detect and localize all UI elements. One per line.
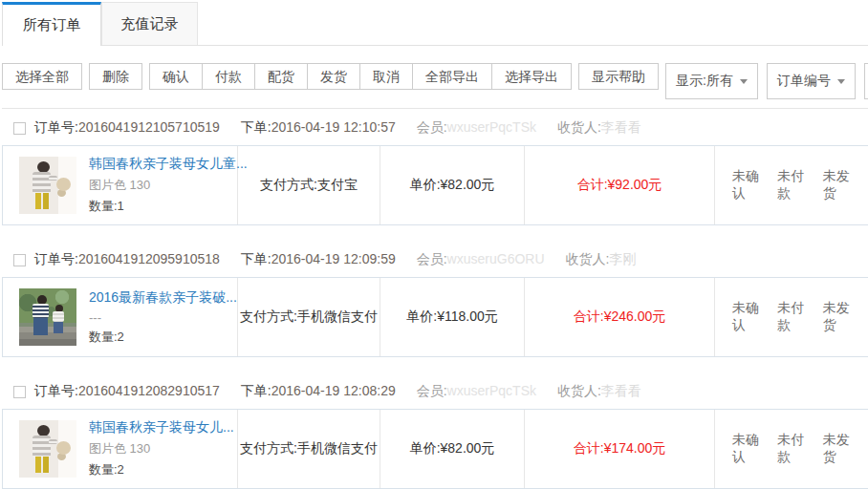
status-unpaid[interactable]: 未付款: [777, 432, 804, 466]
order-checkbox[interactable]: [13, 386, 26, 398]
cancel-button[interactable]: 取消: [359, 63, 412, 90]
search-input[interactable]: [864, 63, 868, 99]
product-cell: 韩国春秋亲子装母女儿童... 图片色 130 数量:1: [3, 146, 238, 224]
order-block: 订单号:2016041912082910517 下单:2016-04-19 12…: [2, 374, 868, 489]
product-quantity: 数量:2: [89, 461, 234, 478]
status-unshipped[interactable]: 未发货: [823, 300, 850, 334]
product-info: 韩国春秋亲子装母女儿童... 图片色 130 数量:1: [89, 156, 237, 215]
product-title-link[interactable]: 2016最新春款亲子装破...: [89, 289, 237, 307]
show-filter-label: 显示:所有: [676, 73, 733, 90]
select-all-button[interactable]: 选择全部: [2, 63, 82, 90]
allocate-button[interactable]: 配货: [254, 63, 307, 90]
product-title-link[interactable]: 韩国春秋亲子装母女儿...: [89, 419, 234, 436]
status-cell: 未确认 未付款 未发货: [715, 410, 868, 488]
order-header: 订单号:2016041912095910518 下单:2016-04-19 12…: [2, 243, 868, 277]
order-header: 订单号:2016041912082910517 下单:2016-04-19 12…: [2, 374, 868, 409]
order-member: 会员:wxuseruG6ORU: [417, 251, 545, 268]
chevron-down-icon: [837, 79, 845, 84]
unit-price-cell: 单价:¥118.00元: [380, 278, 525, 356]
search-type-label: 订单编号: [777, 73, 831, 90]
status-unconfirmed[interactable]: 未确认: [732, 300, 759, 334]
order-number: 订单号:2016041912105710519: [34, 119, 220, 137]
product-image[interactable]: [19, 420, 76, 478]
product-quantity: 数量:2: [89, 329, 237, 346]
toolbar: 选择全部 删除 确认 付款 配货 发货 取消 全部导出 选择导出 显示帮助 显示…: [2, 63, 868, 109]
product-info: 2016最新春款亲子装破... --- 数量:2: [89, 289, 237, 346]
show-help-button[interactable]: 显示帮助: [578, 63, 659, 90]
orders-list: 订单号:2016041912105710519 下单:2016-04-19 12…: [2, 109, 868, 489]
unit-price-cell: 单价:¥82.00元: [380, 410, 525, 488]
status-unshipped[interactable]: 未发货: [823, 168, 850, 202]
export-all-button[interactable]: 全部导出: [412, 63, 491, 90]
decor-shape: [56, 441, 71, 455]
pay-button[interactable]: 付款: [202, 63, 254, 90]
tab-recharge-records[interactable]: 充值记录: [101, 2, 198, 45]
product-cell: 韩国春秋亲子装母女儿... 图片色 130 数量:2: [3, 410, 238, 488]
payment-method-cell: 支付方式:手机微信支付: [238, 410, 380, 488]
tab-all-orders[interactable]: 所有订单: [2, 2, 101, 46]
product-info: 韩国春秋亲子装母女儿... 图片色 130 数量:2: [89, 419, 234, 478]
order-placed-time: 下单:2016-04-19 12:10:57: [241, 119, 396, 137]
order-member: 会员:wxuserPqcTSk: [417, 119, 536, 137]
order-number: 订单号:2016041912082910517: [34, 383, 220, 400]
export-selected-button[interactable]: 选择导出: [491, 63, 572, 90]
payment-method-cell: 支付方式:支付宝: [238, 146, 380, 224]
order-checkbox[interactable]: [13, 122, 26, 135]
order-placed-time: 下单:2016-04-19 12:09:59: [241, 251, 396, 268]
total-price-cell: 合计:¥92.00元: [525, 146, 715, 224]
product-color: ---: [89, 310, 237, 325]
product-image[interactable]: [19, 157, 76, 214]
unit-price-cell: 单价:¥82.00元: [380, 146, 525, 224]
product-color: 图片色 130: [89, 440, 234, 457]
order-member: 会员:wxuserPqcTSk: [417, 383, 536, 400]
order-block: 订单号:2016041912105710519 下单:2016-04-19 12…: [2, 111, 868, 225]
product-image[interactable]: [19, 288, 76, 346]
status-unconfirmed[interactable]: 未确认: [732, 432, 759, 466]
product-cell: 2016最新春款亲子装破... --- 数量:2: [3, 278, 238, 356]
order-receiver: 收货人:李看看: [557, 119, 641, 137]
status-unpaid[interactable]: 未付款: [777, 168, 804, 202]
payment-method-cell: 支付方式:手机微信支付: [238, 278, 380, 356]
chevron-down-icon: [740, 79, 748, 84]
order-checkbox[interactable]: [13, 254, 26, 266]
order-placed-time: 下单:2016-04-19 12:08:29: [241, 383, 396, 400]
order-number: 订单号:2016041912095910518: [34, 251, 220, 268]
order-block: 订单号:2016041912095910518 下单:2016-04-19 12…: [2, 243, 868, 357]
order-admin-page: 所有订单 充值记录 选择全部 删除 确认 付款 配货 发货 取消 全部导出 选择…: [0, 0, 868, 489]
status-cell: 未确认 未付款 未发货: [715, 146, 868, 224]
order-detail-row: 韩国春秋亲子装母女儿... 图片色 130 数量:2 支付方式:手机微信支付 单…: [2, 409, 868, 489]
status-cell: 未确认 未付款 未发货: [715, 278, 868, 356]
decor-shape: [56, 178, 71, 191]
confirm-button[interactable]: 确认: [149, 63, 202, 90]
product-quantity: 数量:1: [89, 198, 237, 215]
order-detail-row: 韩国春秋亲子装母女儿童... 图片色 130 数量:1 支付方式:支付宝 单价:…: [2, 145, 868, 225]
order-header: 订单号:2016041912105710519 下单:2016-04-19 12…: [2, 111, 868, 145]
product-color: 图片色 130: [89, 177, 237, 194]
order-detail-row: 2016最新春款亲子装破... --- 数量:2 支付方式:手机微信支付 单价:…: [2, 277, 868, 357]
status-unconfirmed[interactable]: 未确认: [732, 168, 759, 202]
delete-button[interactable]: 删除: [89, 63, 142, 90]
show-filter-dropdown[interactable]: 显示:所有: [665, 63, 758, 99]
action-button-group: 确认 付款 配货 发货 取消 全部导出 选择导出: [149, 63, 572, 90]
tab-bar: 所有订单 充值记录: [2, 0, 868, 46]
status-unpaid[interactable]: 未付款: [777, 300, 804, 334]
order-receiver: 收货人:李看看: [557, 383, 641, 400]
status-unshipped[interactable]: 未发货: [823, 432, 850, 466]
total-price-cell: 合计:¥174.00元: [525, 410, 715, 488]
search-type-dropdown[interactable]: 订单编号: [767, 63, 856, 99]
total-price-cell: 合计:¥246.00元: [525, 278, 715, 356]
order-receiver: 收货人:李刚: [566, 251, 637, 268]
ship-button[interactable]: 发货: [307, 63, 359, 90]
product-title-link[interactable]: 韩国春秋亲子装母女儿童...: [89, 156, 237, 173]
